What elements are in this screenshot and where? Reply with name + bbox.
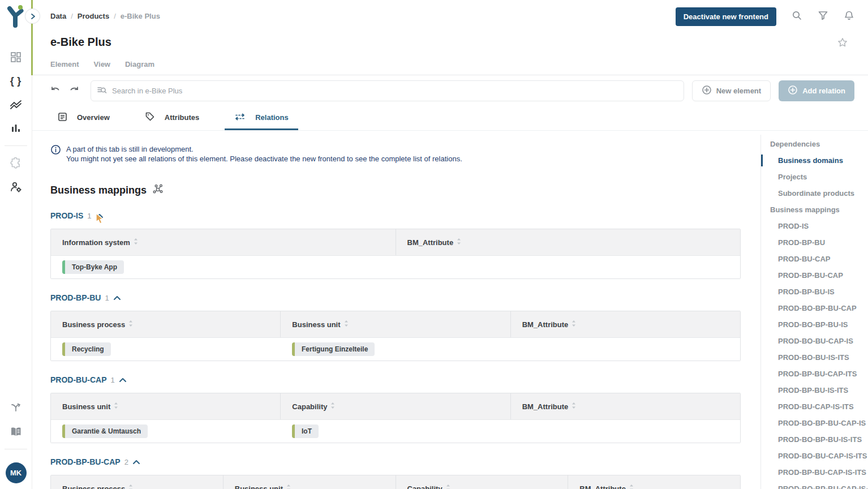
bar-chart-icon[interactable] (0, 117, 32, 140)
column-header-business-process[interactable]: Business process (51, 311, 281, 337)
column-label: Business process (62, 320, 125, 329)
deps-item-prod-bo-bp-bu-cap-is[interactable]: PROD-BO-BP-BU-CAP-IS (761, 415, 868, 431)
dependencies-panel: DependenciesBusiness domainsProjectsSubo… (760, 135, 868, 489)
column-header-bm-attribute[interactable]: BM_Attribute (511, 393, 740, 419)
table-row: RecyclingFertigung Einzelteile (51, 337, 740, 361)
network-icon[interactable] (152, 184, 164, 197)
column-header-bm-attribute[interactable]: BM_Attribute (568, 475, 740, 489)
menu-element[interactable]: Element (50, 60, 79, 68)
column-header-business-process[interactable]: Business process (51, 475, 224, 489)
sort-icon (571, 320, 576, 329)
element-tag-fertigung-einzelteile[interactable]: Fertigung Einzelteile (292, 342, 375, 356)
deps-item-prod-is[interactable]: PROD-IS (761, 218, 868, 234)
breadcrumb-current: e-Bike Plus (121, 12, 160, 20)
deps-group-business-mappings[interactable]: Business mappings (761, 201, 868, 218)
filter-icon[interactable] (818, 10, 828, 23)
deps-item-business-domains[interactable]: Business domains (761, 152, 868, 169)
breadcrumb-products[interactable]: Products (78, 12, 109, 20)
deps-item-prod-bp-bu-is-its[interactable]: PROD-BP-BU-IS-ITS (761, 382, 868, 398)
table-cell (396, 256, 740, 278)
breadcrumb: Data / Products / e-Bike Plus (50, 12, 160, 20)
star-icon[interactable] (837, 37, 848, 50)
search-input[interactable] (111, 86, 678, 96)
sidebar-divider (5, 449, 27, 449)
code-braces-icon[interactable]: { } (0, 69, 32, 93)
puzzle-icon[interactable] (0, 151, 32, 175)
deps-item-prod-bp-bu-is[interactable]: PROD-BP-BU-IS (761, 284, 868, 300)
deps-item-prod-bo-bp-bu-is-its[interactable]: PROD-BO-BP-BU-IS-ITS (761, 431, 868, 448)
column-label: Business unit (62, 402, 110, 411)
tab-overview[interactable]: Overview (48, 106, 119, 130)
book-icon[interactable] (0, 420, 32, 444)
sort-icon (134, 238, 138, 247)
sort-icon (457, 238, 461, 247)
search-icon[interactable] (792, 10, 802, 23)
column-header-information-system[interactable]: Information system (51, 229, 396, 255)
deps-item-prod-bo-bp-bu-cap[interactable]: PROD-BO-BP-BU-CAP (761, 300, 868, 316)
section-toggle-prod-bu-cap[interactable]: PROD-BU-CAP1 (50, 375, 759, 385)
tab-bar: OverviewAttributesRelations (32, 106, 868, 131)
column-header-bm-attribute[interactable]: BM_Attribute (511, 311, 740, 337)
deps-item-prod-bp-bu-cap-is-its[interactable]: PROD-BP-BU-CAP-IS-ITS (761, 464, 868, 481)
tab-attributes[interactable]: Attributes (135, 106, 209, 130)
section-count: 1 (87, 212, 91, 220)
deps-item-prod-bo-bu-cap-is-its[interactable]: PROD-BO-BU-CAP-IS-ITS (761, 448, 868, 464)
column-label: Business unit (292, 320, 340, 329)
menu-diagram[interactable]: Diagram (125, 60, 154, 68)
deps-item-projects[interactable]: Projects (761, 169, 868, 185)
element-tag-garantie-umtausch[interactable]: Garantie & Umtausch (62, 424, 148, 438)
element-tag-recycling[interactable]: Recycling (62, 342, 111, 356)
trend-lines-icon[interactable] (0, 93, 32, 117)
table-row: Garantie & UmtauschIoT (51, 419, 740, 443)
tab-relations[interactable]: Relations (225, 106, 298, 130)
column-header-capability[interactable]: Capability (281, 393, 510, 419)
notice-line-2: You might not yet see all relations of t… (66, 155, 462, 164)
deps-item-prod-bu-cap[interactable]: PROD-BU-CAP (761, 251, 868, 267)
deps-group-dependencies[interactable]: Dependencies (761, 136, 868, 152)
sort-icon (330, 402, 335, 411)
deps-item-prod-bu-cap-is-its[interactable]: PROD-BU-CAP-IS-ITS (761, 398, 868, 415)
header-menu: Element View Diagram (50, 60, 154, 68)
deps-item-prod-bp-bu[interactable]: PROD-BP-BU (761, 234, 868, 251)
table-cell (510, 420, 740, 443)
deps-item-prod-bp-bu-cap-its[interactable]: PROD-BP-BU-CAP-ITS (761, 366, 868, 382)
deactivate-new-frontend-button[interactable]: Deactivate new frontend (676, 7, 776, 26)
element-search-box[interactable] (91, 80, 684, 101)
new-element-button[interactable]: New element (692, 80, 771, 101)
deps-item-prod-bp-bu-cap[interactable]: PROD-BP-BU-CAP (761, 267, 868, 284)
section-toggle-prod-bp-bu-cap[interactable]: PROD-BP-BU-CAP2 (50, 457, 759, 467)
section-toggle-prod-is[interactable]: PROD-IS1 (50, 211, 759, 221)
mapping-table-prod-bp-bu-cap: Business processBusiness unitCapabilityB… (50, 475, 741, 489)
deps-item-subordinate-products[interactable]: Subordinate products (761, 185, 868, 201)
sort-icon (446, 484, 450, 489)
sort-icon (286, 484, 291, 489)
deps-item-prod-bo-bu-cap-is[interactable]: PROD-BO-BU-CAP-IS (761, 333, 868, 349)
avatar[interactable]: MK (6, 462, 27, 483)
branch-icon[interactable] (0, 396, 32, 420)
deps-item-prod-bo-bp-bu-is[interactable]: PROD-BO-BP-BU-IS (761, 316, 868, 333)
menu-view[interactable]: View (94, 60, 110, 68)
column-header-business-unit[interactable]: Business unit (224, 475, 396, 489)
column-header-business-unit[interactable]: Business unit (281, 311, 510, 337)
column-header-capability[interactable]: Capability (396, 475, 569, 489)
undo-icon[interactable] (50, 85, 61, 97)
sidebar-expand-button[interactable] (25, 8, 40, 24)
column-header-bm-attribute[interactable]: BM_Attribute (396, 229, 741, 255)
redo-icon[interactable] (68, 85, 80, 97)
tag-icon (145, 111, 155, 123)
column-header-business-unit[interactable]: Business unit (51, 393, 281, 419)
add-relation-button[interactable]: Add relation (779, 80, 854, 101)
deps-item-prod-bo-bp-bu-cap-is[interactable]: PROD-BO-BP-BU-CAP-IS- (761, 481, 868, 489)
deps-item-prod-bo-bu-is-its[interactable]: PROD-BO-BU-IS-ITS (761, 349, 868, 366)
section-count: 1 (111, 376, 115, 384)
element-tag-iot[interactable]: IoT (292, 424, 319, 438)
brand-logo[interactable] (5, 3, 26, 31)
element-tag-top-byke-app[interactable]: Top-Byke App (62, 260, 124, 274)
section-toggle-prod-bp-bu[interactable]: PROD-BP-BU1 (50, 293, 759, 303)
bell-icon[interactable] (844, 10, 854, 23)
dashboard-icon[interactable] (0, 45, 32, 69)
user-settings-icon[interactable] (0, 175, 32, 199)
breadcrumb-data[interactable]: Data (50, 12, 66, 20)
column-label: BM_Attribute (522, 402, 569, 411)
sort-icon (344, 320, 349, 329)
